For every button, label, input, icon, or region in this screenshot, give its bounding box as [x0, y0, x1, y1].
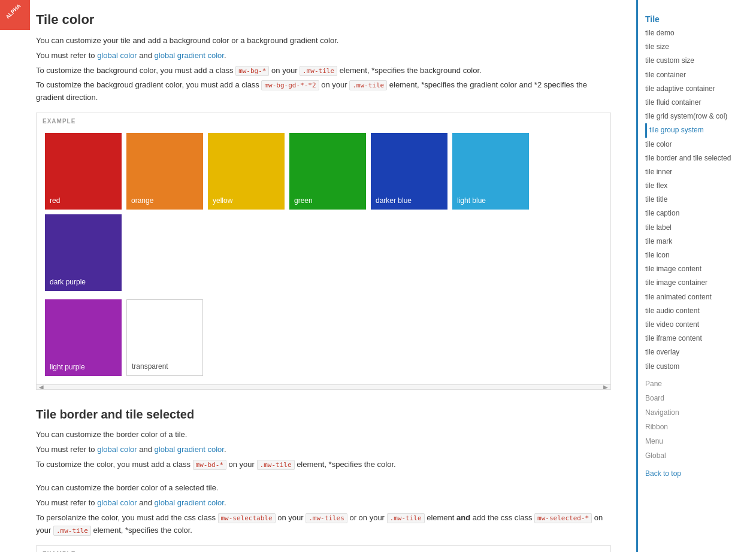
color-tile-orange: orange [126, 133, 203, 210]
scroll-right-arrow[interactable]: ▶ [603, 384, 608, 390]
sidebar-item-tile-container[interactable]: tile container [645, 68, 756, 82]
color-tiles-container: red orange yellow green darker blue ligh… [37, 127, 610, 299]
global-color-link-2[interactable]: global color [97, 445, 137, 454]
code-mw-bd: mw-bd-* [193, 460, 226, 470]
color-tile-label-light-purple: light purple [50, 363, 85, 371]
scroll-left-arrow[interactable]: ◀ [39, 384, 44, 390]
color-tile-green: green [289, 133, 366, 210]
sidebar-item-tile-mark[interactable]: tile mark [645, 235, 756, 248]
color-tile-label-dark-purple: dark purple [50, 278, 86, 286]
intro-line-4: To customize the backgroud gradient colo… [36, 79, 611, 104]
code-mw-tile-1: .mw-tile [300, 66, 337, 76]
sidebar-item-tile-border-selected[interactable]: tile border and tile selected [645, 151, 756, 165]
color-tile-transparent: transparent [126, 299, 203, 376]
global-color-link-1[interactable]: global color [97, 51, 137, 60]
border-intro-1: You can customize the border color of a … [36, 429, 611, 441]
code-mw-bg-gd: mw-bg-gd-*-*2 [261, 80, 319, 90]
code-mw-selectable: mw-selectable [218, 513, 276, 523]
border-intro-2: You must refer to global color and globa… [36, 444, 611, 456]
sidebar-item-tile-image-container[interactable]: tile image container [645, 276, 756, 290]
alpha-text: ALPHA [0, 0, 29, 27]
sidebar-item-tile-group-system[interactable]: tile group system [645, 123, 756, 137]
color-tile-darker-blue: darker blue [371, 133, 447, 210]
global-gradient-link-3[interactable]: global gradient color [155, 498, 224, 507]
sidebar-item-tile-overlay[interactable]: tile overlay [645, 345, 756, 359]
color-tile-label-transparent: transparent [132, 362, 168, 371]
border-intro-3: To customize the color, you must add a c… [36, 459, 611, 471]
sidebar-group-global[interactable]: Global [645, 451, 756, 460]
code-mw-tiles: .mw-tiles [306, 513, 347, 523]
sidebar-item-tile-custom[interactable]: tile custom [645, 360, 756, 374]
color-tile-label-red: red [50, 196, 60, 205]
color-example-box: EXAMPLE red orange yellow green darker b… [36, 113, 611, 390]
sidebar-group-menu[interactable]: Menu [645, 437, 756, 445]
color-tile-label-light-blue: light blue [457, 196, 486, 205]
code-mw-bg: mw-bg-* [235, 66, 269, 76]
sidebar-group-board[interactable]: Board [645, 394, 756, 402]
sidebar-item-tile-caption[interactable]: tile caption [645, 207, 756, 220]
sidebar: Tile tile demo tile size tile custom siz… [636, 0, 756, 552]
color-tile-label-darker-blue: darker blue [376, 196, 412, 205]
sidebar-item-tile-fluid-container[interactable]: tile fluid container [645, 96, 756, 110]
code-mw-tile-3: .mw-tile [257, 460, 295, 470]
example-label-1: EXAMPLE [37, 113, 610, 127]
color-tile-label-yellow: yellow [213, 196, 232, 205]
intro-line-3: To customize the background color, you m… [36, 65, 611, 77]
global-gradient-link-1[interactable]: global gradient color [155, 51, 224, 60]
intro-line-1: You can customize your tile and add a ba… [36, 35, 611, 47]
sidebar-group-pane[interactable]: Pane [645, 380, 756, 388]
code-mw-tile-2: .mw-tile [349, 80, 387, 90]
code-mw-tile-4: .mw-tile [387, 513, 425, 523]
scroll-bar-1[interactable]: ◀ ▶ [37, 384, 610, 389]
sidebar-item-tile-animated-content[interactable]: tile animated content [645, 290, 756, 304]
sidebar-item-tile-adaptive-container[interactable]: tile adaptive container [645, 82, 756, 96]
border-section-title: Tile border and tile selected [36, 408, 611, 421]
sidebar-item-tile-flex[interactable]: tile flex [645, 179, 756, 193]
main-content: Tile color You can customize your tile a… [0, 0, 635, 552]
sidebar-item-tile-size[interactable]: tile size [645, 40, 756, 54]
color-tile-light-purple: light purple [45, 299, 122, 376]
color-tile-red: red [45, 133, 122, 210]
sidebar-item-tile-iframe-content[interactable]: tile iframe content [645, 332, 756, 345]
alpha-badge: ALPHA [0, 0, 30, 30]
intro-line-2: You must refer to global color and globa… [36, 50, 611, 62]
sidebar-item-tile-inner[interactable]: tile inner [645, 165, 756, 179]
sidebar-item-tile-icon[interactable]: tile icon [645, 248, 756, 262]
sidebar-item-tile-demo[interactable]: tile demo [645, 26, 756, 40]
sidebar-item-tile-image-content[interactable]: tile image content [645, 262, 756, 276]
global-color-link-3[interactable]: global color [97, 498, 137, 507]
color-tile-yellow: yellow [208, 133, 285, 210]
sidebar-item-tile-label[interactable]: tile label [645, 221, 756, 235]
sidebar-item-tile-grid-system[interactable]: tile grid system(row & col) [645, 110, 756, 123]
color-tile-label-orange: orange [131, 196, 153, 205]
color-tile-label-green: green [294, 196, 313, 205]
sidebar-item-tile-audio-content[interactable]: tile audio content [645, 304, 756, 318]
color-tile-light-blue: light blue [452, 133, 529, 210]
page-title: Tile color [36, 12, 611, 28]
sidebar-group-navigation[interactable]: Navigation [645, 408, 756, 417]
color-tiles-row2: light purple transparent [37, 299, 610, 384]
code-mw-tile-5: .mw-tile [53, 526, 91, 536]
border-example-box: EXAMPLE ✓ ✓ ✓ ✓ [36, 545, 611, 552]
selected-intro-1: You can customize the border color of a … [36, 482, 611, 495]
back-to-top-link[interactable]: Back to top [645, 469, 681, 478]
sidebar-item-tile-color[interactable]: tile color [645, 138, 756, 151]
example-label-2: EXAMPLE [37, 546, 610, 552]
code-mw-selected: mw-selected-* [534, 513, 592, 523]
sidebar-title[interactable]: Tile [645, 14, 756, 24]
sidebar-item-tile-title[interactable]: tile title [645, 193, 756, 207]
selected-intro-2: You must refer to global color and globa… [36, 497, 611, 509]
sidebar-item-tile-video-content[interactable]: tile video content [645, 318, 756, 332]
sidebar-item-tile-custom-size[interactable]: tile custom size [645, 54, 756, 68]
color-tile-dark-purple: dark purple [45, 214, 122, 291]
global-gradient-link-2[interactable]: global gradient color [155, 445, 224, 454]
sidebar-group-ribbon[interactable]: Ribbon [645, 423, 756, 431]
selected-intro-3: To persolanize the color, you must add t… [36, 512, 611, 537]
